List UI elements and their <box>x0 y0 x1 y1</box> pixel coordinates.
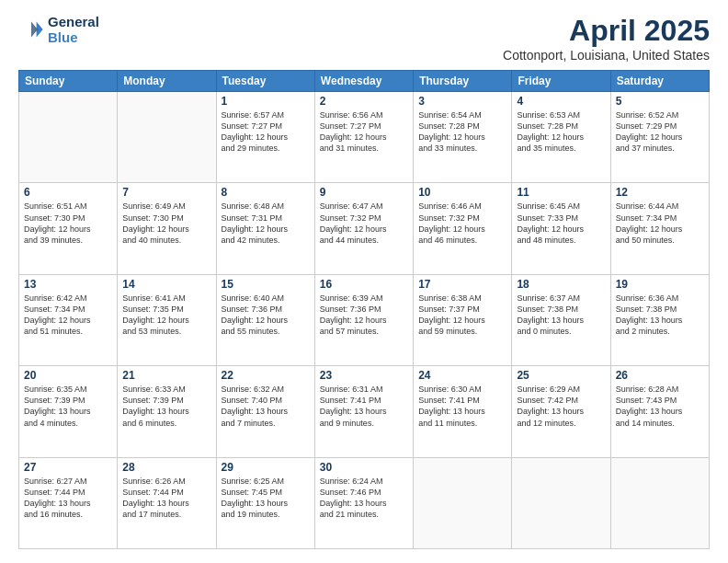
day-info: Sunrise: 6:31 AM Sunset: 7:41 PM Dayligh… <box>320 384 408 429</box>
table-row: 26Sunrise: 6:28 AM Sunset: 7:43 PM Dayli… <box>610 366 709 457</box>
table-row: 2Sunrise: 6:56 AM Sunset: 7:27 PM Daylig… <box>314 92 413 183</box>
day-info: Sunrise: 6:45 AM Sunset: 7:33 PM Dayligh… <box>517 201 605 246</box>
day-number: 19 <box>616 278 704 291</box>
logo-text: General Blue <box>48 14 99 45</box>
day-info: Sunrise: 6:29 AM Sunset: 7:42 PM Dayligh… <box>517 384 605 429</box>
day-number: 25 <box>517 369 605 382</box>
day-number: 14 <box>122 278 210 291</box>
weekday-header-thursday: Thursday <box>414 71 512 92</box>
weekday-header-wednesday: Wednesday <box>314 71 413 92</box>
table-row: 24Sunrise: 6:30 AM Sunset: 7:41 PM Dayli… <box>414 366 512 457</box>
day-info: Sunrise: 6:40 AM Sunset: 7:36 PM Dayligh… <box>222 293 310 338</box>
location-title: Cottonport, Louisiana, United States <box>503 48 710 63</box>
day-info: Sunrise: 6:51 AM Sunset: 7:30 PM Dayligh… <box>24 201 112 246</box>
page: General Blue April 2025 Cottonport, Loui… <box>0 0 728 563</box>
day-number: 12 <box>616 186 704 199</box>
table-row: 1Sunrise: 6:57 AM Sunset: 7:27 PM Daylig… <box>216 92 314 183</box>
day-info: Sunrise: 6:48 AM Sunset: 7:31 PM Dayligh… <box>222 201 310 246</box>
day-number: 23 <box>320 369 408 382</box>
day-info: Sunrise: 6:42 AM Sunset: 7:34 PM Dayligh… <box>24 293 112 338</box>
weekday-header-tuesday: Tuesday <box>216 71 314 92</box>
table-row: 11Sunrise: 6:45 AM Sunset: 7:33 PM Dayli… <box>512 183 610 274</box>
table-row: 22Sunrise: 6:32 AM Sunset: 7:40 PM Dayli… <box>216 366 314 457</box>
table-row: 15Sunrise: 6:40 AM Sunset: 7:36 PM Dayli… <box>216 274 314 365</box>
table-row: 3Sunrise: 6:54 AM Sunset: 7:28 PM Daylig… <box>414 92 512 183</box>
table-row: 14Sunrise: 6:41 AM Sunset: 7:35 PM Dayli… <box>118 274 216 365</box>
day-info: Sunrise: 6:33 AM Sunset: 7:39 PM Dayligh… <box>122 384 210 429</box>
table-row: 28Sunrise: 6:26 AM Sunset: 7:44 PM Dayli… <box>118 457 216 548</box>
day-number: 8 <box>222 186 310 199</box>
table-row: 19Sunrise: 6:36 AM Sunset: 7:38 PM Dayli… <box>610 274 709 365</box>
day-number: 18 <box>517 278 605 291</box>
header: General Blue April 2025 Cottonport, Loui… <box>18 14 710 63</box>
day-number: 5 <box>616 95 704 108</box>
day-number: 10 <box>418 186 506 199</box>
table-row: 20Sunrise: 6:35 AM Sunset: 7:39 PM Dayli… <box>19 366 118 457</box>
day-info: Sunrise: 6:36 AM Sunset: 7:38 PM Dayligh… <box>616 293 704 338</box>
table-row: 29Sunrise: 6:25 AM Sunset: 7:45 PM Dayli… <box>216 457 314 548</box>
table-row: 5Sunrise: 6:52 AM Sunset: 7:29 PM Daylig… <box>610 92 709 183</box>
day-info: Sunrise: 6:24 AM Sunset: 7:46 PM Dayligh… <box>320 476 408 521</box>
day-info: Sunrise: 6:27 AM Sunset: 7:44 PM Dayligh… <box>24 476 112 521</box>
day-number: 7 <box>122 186 210 199</box>
day-number: 24 <box>418 369 506 382</box>
day-info: Sunrise: 6:44 AM Sunset: 7:34 PM Dayligh… <box>616 201 704 246</box>
day-info: Sunrise: 6:41 AM Sunset: 7:35 PM Dayligh… <box>122 293 210 338</box>
week-row-2: 13Sunrise: 6:42 AM Sunset: 7:34 PM Dayli… <box>19 274 710 365</box>
table-row: 21Sunrise: 6:33 AM Sunset: 7:39 PM Dayli… <box>118 366 216 457</box>
day-info: Sunrise: 6:53 AM Sunset: 7:28 PM Dayligh… <box>517 109 605 155</box>
day-number: 21 <box>122 369 210 382</box>
day-info: Sunrise: 6:52 AM Sunset: 7:29 PM Dayligh… <box>616 109 704 155</box>
table-row <box>414 457 512 548</box>
day-number: 4 <box>517 95 605 108</box>
table-row: 8Sunrise: 6:48 AM Sunset: 7:31 PM Daylig… <box>216 183 314 274</box>
day-info: Sunrise: 6:37 AM Sunset: 7:38 PM Dayligh… <box>517 293 605 338</box>
day-number: 1 <box>222 95 310 108</box>
table-row: 13Sunrise: 6:42 AM Sunset: 7:34 PM Dayli… <box>19 274 118 365</box>
month-title: April 2025 <box>503 14 710 48</box>
logo-icon <box>18 17 44 42</box>
table-row: 18Sunrise: 6:37 AM Sunset: 7:38 PM Dayli… <box>512 274 610 365</box>
weekday-header-friday: Friday <box>512 71 610 92</box>
day-number: 9 <box>320 186 408 199</box>
title-block: April 2025 Cottonport, Louisiana, United… <box>503 14 710 63</box>
week-row-3: 20Sunrise: 6:35 AM Sunset: 7:39 PM Dayli… <box>19 366 710 457</box>
day-info: Sunrise: 6:56 AM Sunset: 7:27 PM Dayligh… <box>320 109 408 155</box>
day-number: 17 <box>418 278 506 291</box>
day-info: Sunrise: 6:57 AM Sunset: 7:27 PM Dayligh… <box>222 109 310 155</box>
day-number: 3 <box>418 95 506 108</box>
day-info: Sunrise: 6:46 AM Sunset: 7:32 PM Dayligh… <box>418 201 506 246</box>
day-number: 16 <box>320 278 408 291</box>
table-row: 23Sunrise: 6:31 AM Sunset: 7:41 PM Dayli… <box>314 366 413 457</box>
day-info: Sunrise: 6:26 AM Sunset: 7:44 PM Dayligh… <box>122 476 210 521</box>
day-number: 2 <box>320 95 408 108</box>
table-row: 17Sunrise: 6:38 AM Sunset: 7:37 PM Dayli… <box>414 274 512 365</box>
day-info: Sunrise: 6:39 AM Sunset: 7:36 PM Dayligh… <box>320 293 408 338</box>
day-number: 11 <box>517 186 605 199</box>
weekday-header-sunday: Sunday <box>19 71 118 92</box>
week-row-1: 6Sunrise: 6:51 AM Sunset: 7:30 PM Daylig… <box>19 183 710 274</box>
day-number: 30 <box>320 461 408 474</box>
day-info: Sunrise: 6:38 AM Sunset: 7:37 PM Dayligh… <box>418 293 506 338</box>
day-number: 28 <box>122 461 210 474</box>
table-row <box>118 92 216 183</box>
day-number: 27 <box>24 461 112 474</box>
week-row-4: 27Sunrise: 6:27 AM Sunset: 7:44 PM Dayli… <box>19 457 710 548</box>
table-row: 4Sunrise: 6:53 AM Sunset: 7:28 PM Daylig… <box>512 92 610 183</box>
day-info: Sunrise: 6:49 AM Sunset: 7:30 PM Dayligh… <box>122 201 210 246</box>
day-info: Sunrise: 6:47 AM Sunset: 7:32 PM Dayligh… <box>320 201 408 246</box>
day-number: 20 <box>24 369 112 382</box>
table-row: 30Sunrise: 6:24 AM Sunset: 7:46 PM Dayli… <box>314 457 413 548</box>
day-info: Sunrise: 6:54 AM Sunset: 7:28 PM Dayligh… <box>418 109 506 155</box>
day-number: 15 <box>222 278 310 291</box>
day-info: Sunrise: 6:28 AM Sunset: 7:43 PM Dayligh… <box>616 384 704 429</box>
day-number: 6 <box>24 186 112 199</box>
day-number: 22 <box>222 369 310 382</box>
calendar-table: SundayMondayTuesdayWednesdayThursdayFrid… <box>18 70 710 549</box>
table-row: 25Sunrise: 6:29 AM Sunset: 7:42 PM Dayli… <box>512 366 610 457</box>
table-row: 16Sunrise: 6:39 AM Sunset: 7:36 PM Dayli… <box>314 274 413 365</box>
day-info: Sunrise: 6:25 AM Sunset: 7:45 PM Dayligh… <box>222 476 310 521</box>
table-row: 9Sunrise: 6:47 AM Sunset: 7:32 PM Daylig… <box>314 183 413 274</box>
day-info: Sunrise: 6:30 AM Sunset: 7:41 PM Dayligh… <box>418 384 506 429</box>
weekday-header-saturday: Saturday <box>610 71 709 92</box>
